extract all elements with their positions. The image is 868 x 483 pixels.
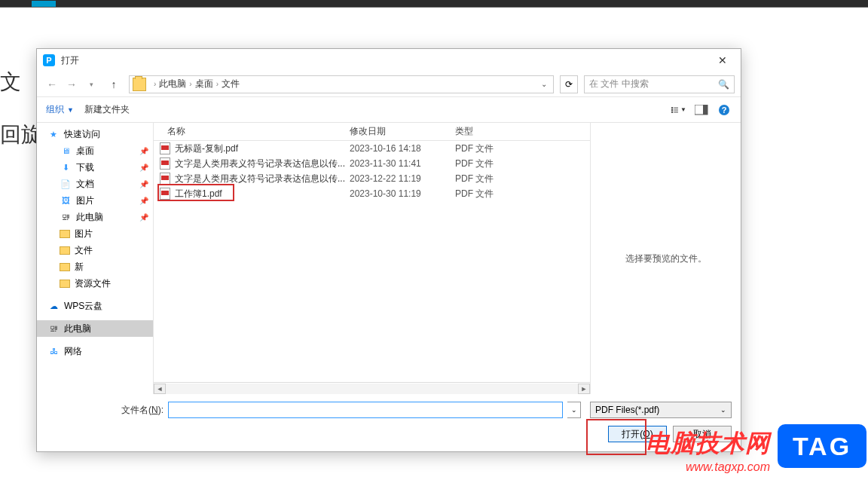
picture-icon: 🖼 xyxy=(60,194,72,206)
refresh-button[interactable]: ⟳ xyxy=(560,75,578,93)
filename-input[interactable] xyxy=(168,402,563,418)
watermark-title: 电脑技术网 xyxy=(646,427,770,460)
sidebar-label: 资源文件 xyxy=(75,277,111,290)
file-type: PDF 文件 xyxy=(455,142,546,155)
pin-icon: 📌 xyxy=(139,147,148,155)
nav-history-dropdown[interactable]: ▾ xyxy=(82,75,100,93)
horizontal-scrollbar[interactable]: ◄ ► xyxy=(154,382,590,394)
view-mode-button[interactable]: ▼ xyxy=(671,103,686,117)
sidebar-label: 桌面 xyxy=(76,145,94,157)
breadcrumb-folder[interactable]: 文件 xyxy=(222,78,240,90)
sidebar-downloads[interactable]: ⬇下载📌 xyxy=(37,159,153,176)
sidebar-this-pc[interactable]: 🖳此电脑📌 xyxy=(37,209,153,225)
cloud-icon: ☁ xyxy=(47,300,60,312)
file-date: 2023-10-16 14:18 xyxy=(350,143,455,154)
sidebar-new[interactable]: 新 xyxy=(37,258,153,275)
chevron-down-icon: ▼ xyxy=(67,106,74,114)
download-icon: ⬇ xyxy=(60,161,72,173)
chevron-right-icon: › xyxy=(216,80,219,88)
pdf-icon xyxy=(160,157,170,170)
folder-icon xyxy=(60,263,70,271)
filename-dropdown[interactable]: ⌄ xyxy=(567,402,581,418)
preview-placeholder: 选择要预览的文件。 xyxy=(625,252,707,265)
nav-forward-button[interactable]: → xyxy=(63,75,81,93)
app-icon: P xyxy=(43,54,55,66)
file-row[interactable]: 文字是人类用表义符号记录表达信息以传... 2023-11-30 11:41 P… xyxy=(154,156,590,171)
nav-back-button[interactable]: ← xyxy=(43,75,61,93)
button-row: 打开(O) 取消 xyxy=(46,426,732,442)
sidebar-label: WPS云盘 xyxy=(64,300,102,313)
pdf-icon xyxy=(160,188,170,200)
svg-rect-0 xyxy=(671,107,673,109)
chevron-down-icon: ▼ xyxy=(680,106,686,113)
sidebar-documents[interactable]: 📄文档📌 xyxy=(37,176,153,192)
title-bar: P 打开 ✕ xyxy=(37,49,741,72)
star-icon: ★ xyxy=(47,128,60,140)
filetype-select[interactable]: PDF Files(*.pdf) ⌄ xyxy=(590,402,732,418)
file-date: 2023-11-30 11:41 xyxy=(350,158,455,169)
svg-rect-2 xyxy=(671,111,673,112)
pc-icon: 🖳 xyxy=(60,211,72,223)
bg-text-1: 文 xyxy=(0,68,21,96)
file-list[interactable]: 无标题-复制.pdf 2023-10-16 14:18 PDF 文件 文字是人类… xyxy=(154,141,590,382)
file-date: 2023-10-30 11:19 xyxy=(350,188,455,199)
sidebar: ★快速访问 🖥桌面📌 ⬇下载📌 📄文档📌 🖼图片📌 🖳此电脑📌 图片 文件 新 … xyxy=(37,123,154,394)
close-button[interactable]: ✕ xyxy=(708,51,738,69)
file-row[interactable]: 文字是人类用表义符号记录表达信息以传... 2023-12-22 11:19 P… xyxy=(154,171,590,186)
filename-row: 文件名(N): ⌄ PDF Files(*.pdf) ⌄ xyxy=(46,402,732,418)
sidebar-desktop[interactable]: 🖥桌面📌 xyxy=(37,142,153,159)
file-type: PDF 文件 xyxy=(455,188,546,200)
sidebar-label: 新 xyxy=(75,261,84,274)
organize-label: 组织 xyxy=(46,103,64,116)
network-icon: 🖧 xyxy=(47,345,60,357)
new-folder-button[interactable]: 新建文件夹 xyxy=(84,103,130,116)
scroll-track[interactable] xyxy=(166,384,578,394)
dialog-footer: 文件名(N): ⌄ PDF Files(*.pdf) ⌄ 打开(O) 取消 xyxy=(37,394,741,451)
preview-pane-button[interactable] xyxy=(694,103,709,117)
svg-rect-3 xyxy=(674,107,678,108)
breadcrumb-dropdown[interactable]: ⌄ xyxy=(538,80,550,88)
file-row[interactable]: 工作簿1.pdf 2023-10-30 11:19 PDF 文件 xyxy=(154,186,590,201)
tag-badge: TAG xyxy=(778,424,866,468)
sidebar-label: 此电脑 xyxy=(64,323,91,335)
folder-icon xyxy=(133,78,146,91)
file-name: 文字是人类用表义符号记录表达信息以传... xyxy=(175,173,345,185)
scroll-left-button[interactable]: ◄ xyxy=(154,384,166,394)
svg-rect-7 xyxy=(703,105,708,115)
sidebar-pictures2[interactable]: 图片 xyxy=(37,225,153,242)
pdf-icon xyxy=(160,173,170,185)
column-type[interactable]: 类型 xyxy=(455,125,546,138)
sidebar-network[interactable]: 🖧网络 xyxy=(37,343,153,359)
nav-up-button[interactable]: ↑ xyxy=(105,75,123,93)
filetype-label: PDF Files(*.pdf) xyxy=(595,405,659,415)
chevron-right-icon: › xyxy=(154,80,156,88)
pin-icon: 📌 xyxy=(139,164,148,172)
help-button[interactable]: ? xyxy=(717,103,732,117)
sidebar-label: 快速访问 xyxy=(64,128,100,141)
sidebar-wps-cloud[interactable]: ☁WPS云盘 xyxy=(37,298,153,314)
breadcrumb[interactable]: › 此电脑 › 桌面 › 文件 ⌄ xyxy=(129,75,554,93)
sidebar-files[interactable]: 文件 xyxy=(37,242,153,258)
pin-icon: 📌 xyxy=(139,197,148,205)
file-row[interactable]: 无标题-复制.pdf 2023-10-16 14:18 PDF 文件 xyxy=(154,141,590,156)
sidebar-resources[interactable]: 资源文件 xyxy=(37,275,153,292)
sidebar-quick-access[interactable]: ★快速访问 xyxy=(37,126,153,142)
app-accent xyxy=(32,1,56,7)
body-area: ★快速访问 🖥桌面📌 ⬇下载📌 📄文档📌 🖼图片📌 🖳此电脑📌 图片 文件 新 … xyxy=(37,123,741,394)
breadcrumb-pc[interactable]: 此电脑 xyxy=(159,78,186,90)
search-input[interactable]: 在 文件 中搜索 🔍 xyxy=(584,75,735,93)
search-placeholder: 在 文件 中搜索 xyxy=(589,78,649,90)
svg-rect-4 xyxy=(674,109,678,110)
pin-icon: 📌 xyxy=(139,213,148,222)
sidebar-label: 文件 xyxy=(75,244,93,257)
organize-menu[interactable]: 组织 ▼ xyxy=(46,103,74,116)
file-list-header: 名称 修改日期 类型 xyxy=(154,123,590,141)
column-date[interactable]: 修改日期 xyxy=(350,125,455,138)
sidebar-pictures[interactable]: 🖼图片📌 xyxy=(37,192,153,209)
sidebar-label: 图片 xyxy=(76,194,94,207)
column-name[interactable]: 名称 xyxy=(154,125,350,138)
scroll-right-button[interactable]: ► xyxy=(578,384,590,394)
file-type: PDF 文件 xyxy=(455,157,546,170)
breadcrumb-desktop[interactable]: 桌面 xyxy=(195,78,213,90)
sidebar-this-pc2[interactable]: 🖳此电脑 xyxy=(37,320,153,337)
